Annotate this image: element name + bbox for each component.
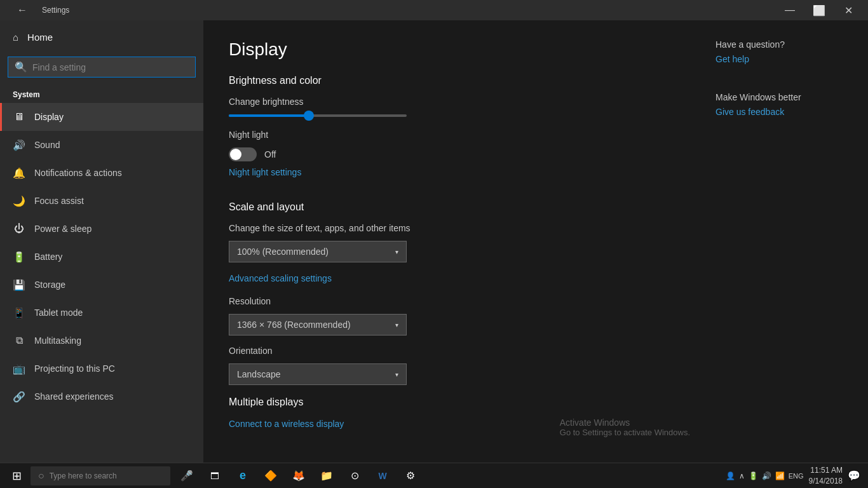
storage-icon: 💾 — [13, 278, 25, 291]
home-icon: ⌂ — [13, 32, 18, 43]
sidebar-home[interactable]: ⌂ Home — [0, 20, 203, 54]
start-button[interactable]: ⊞ — [3, 463, 31, 489]
taskbar-word[interactable]: W — [369, 463, 397, 489]
brightness-label: Change brightness — [229, 97, 677, 107]
sidebar-item-multitask[interactable]: ⧉ Multitasking — [0, 327, 203, 355]
projecting-icon: 📺 — [13, 362, 25, 375]
size-dropdown[interactable]: 100% (Recommended) ▾ — [229, 241, 407, 262]
brightness-slider[interactable] — [229, 114, 407, 117]
taskbar-time-value: 11:51 AM — [809, 465, 843, 476]
sidebar-item-tablet[interactable]: 📱 Tablet mode — [0, 299, 203, 327]
feedback-section: Make Windows better Give us feedback — [715, 92, 855, 130]
multiple-displays-title: Multiple displays — [229, 396, 677, 408]
have-question-text: Have a question? — [715, 39, 855, 50]
taskbar-apps: 🎤 🗖 e 🔶 🦊 📁 ⊙ W ⚙ — [173, 463, 424, 489]
advanced-scaling-link[interactable]: Advanced scaling settings — [229, 273, 332, 283]
notifications-icon: 🔔 — [13, 166, 25, 179]
notification-center-button[interactable]: 💬 — [848, 470, 860, 482]
taskbar: ⊞ ○ Type here to search 🎤 🗖 e 🔶 🦊 📁 ⊙ W … — [0, 463, 868, 488]
taskbar-firefox[interactable]: 🦊 — [285, 463, 313, 489]
orientation-dropdown[interactable]: Landscape ▾ — [229, 363, 407, 385]
sidebar-item-sound[interactable]: 🔊 Sound — [0, 131, 203, 159]
scale-section-title: Scale and layout — [229, 201, 677, 213]
multitask-icon: ⧉ — [13, 334, 25, 347]
sidebar-item-focus[interactable]: 🌙 Focus assist — [0, 187, 203, 215]
night-light-settings-link[interactable]: Night light settings — [229, 167, 301, 177]
sidebar-item-projecting[interactable]: 📺 Projecting to this PC — [0, 355, 203, 383]
sidebar-item-label: Storage — [34, 280, 65, 290]
night-light-toggle[interactable] — [229, 147, 257, 161]
sidebar-item-label: Shared experiences — [34, 391, 114, 402]
resolution-value: 868 × 488 (Recommended) — [237, 320, 351, 330]
titlebar: ← Settings — ⬜ ✕ — [0, 0, 868, 20]
display-icon: 🖥 — [13, 111, 25, 123]
sidebar-item-label: Projecting to this PC — [34, 363, 115, 374]
taskbar-date-value: 9/14/2018 — [809, 476, 843, 487]
taskbar-search-box[interactable]: ○ Type here to search — [31, 466, 170, 485]
titlebar-controls: — ⬜ ✕ — [775, 0, 863, 20]
taskbar-right: 👤 ∧ 🔋 🔊 📶 ENG 11:51 AM 9/14/2018 💬 — [726, 465, 865, 487]
night-light-toggle-row: Off — [229, 147, 677, 161]
sidebar-item-label: Focus assist — [34, 196, 84, 206]
taskbar-chrome[interactable]: ⊙ — [341, 463, 369, 489]
minimize-button[interactable]: — — [775, 0, 804, 20]
resolution-dropdown-arrow: ▾ — [395, 322, 398, 329]
taskbar-battery-icon: 🔋 — [749, 471, 758, 480]
orientation-label: Orientation — [229, 346, 677, 356]
volume-icon: 🔊 — [762, 471, 771, 480]
brightness-thumb[interactable] — [304, 111, 314, 121]
sidebar-item-label: Tablet mode — [34, 308, 83, 318]
maximize-button[interactable]: ⬜ — [804, 0, 834, 20]
sound-icon: 🔊 — [13, 139, 25, 151]
search-box[interactable]: 🔍 — [8, 57, 196, 78]
brightness-section-title: Brightness and color — [229, 75, 677, 86]
taskbar-edge[interactable]: e — [229, 463, 257, 489]
brightness-fill — [229, 114, 309, 117]
size-value: 100% (Recommended) — [237, 247, 329, 257]
resolution-dropdown[interactable]: 868 × 488 (Recommended) ▾ — [229, 314, 407, 336]
sidebar-item-label: Notifications & actions — [34, 168, 122, 178]
taskbar-mic[interactable]: 🎤 — [173, 463, 201, 489]
sidebar-item-label: Sound — [34, 140, 60, 150]
night-light-state: Off — [264, 149, 276, 159]
sidebar-item-display[interactable]: 🖥 Display — [0, 103, 203, 131]
wifi-icon: 📶 — [775, 471, 785, 480]
taskbar-vlc[interactable]: 🔶 — [257, 463, 285, 489]
sidebar-item-label: Battery — [34, 252, 62, 262]
page-title: Display — [229, 39, 677, 60]
home-label: Home — [27, 32, 53, 43]
close-button[interactable]: ✕ — [834, 0, 863, 20]
search-input[interactable] — [32, 62, 189, 72]
connect-wireless-link[interactable]: Connect to a wireless display — [229, 419, 344, 429]
taskbar-system-icons: 👤 ∧ 🔋 🔊 📶 ENG — [726, 471, 804, 480]
taskbar-files[interactable]: 📁 — [313, 463, 341, 489]
sidebar-item-label: Display — [34, 112, 64, 122]
tablet-icon: 📱 — [13, 306, 25, 319]
sidebar-item-battery[interactable]: 🔋 Battery — [0, 243, 203, 271]
taskbar-search-icon: ○ — [38, 470, 44, 482]
search-icon: 🔍 — [15, 61, 27, 73]
feedback-link[interactable]: Give us feedback — [715, 107, 784, 117]
taskbar-taskview[interactable]: 🗖 — [201, 463, 229, 489]
chevron-icon[interactable]: ∧ — [739, 471, 745, 480]
sidebar-item-label: Multitasking — [34, 336, 81, 346]
night-light-label: Night light — [229, 130, 677, 140]
sidebar-item-label: Power & sleep — [34, 224, 92, 234]
taskbar-clock[interactable]: 11:51 AM 9/14/2018 — [809, 465, 843, 487]
size-label: Change the size of text, apps, and other… — [229, 223, 677, 233]
sidebar-item-power[interactable]: ⏻ Power & sleep — [0, 215, 203, 243]
sidebar: ⌂ Home 🔍 System 🖥 Display 🔊 Sound 🔔 Noti… — [0, 20, 203, 463]
focus-icon: 🌙 — [13, 194, 25, 207]
taskbar-search-label: Type here to search — [50, 471, 117, 480]
sidebar-item-notifications[interactable]: 🔔 Notifications & actions — [0, 159, 203, 187]
resolution-label: Resolution — [229, 296, 677, 306]
titlebar-left: ← Settings — [8, 0, 69, 20]
sidebar-item-storage[interactable]: 💾 Storage — [0, 271, 203, 299]
app-body: ⌂ Home 🔍 System 🖥 Display 🔊 Sound 🔔 Noti… — [0, 20, 868, 463]
size-dropdown-arrow: ▾ — [395, 248, 398, 255]
taskbar-settings[interactable]: ⚙ — [397, 463, 424, 489]
back-button[interactable]: ← — [8, 0, 37, 20]
sidebar-item-shared[interactable]: 🔗 Shared experiences — [0, 383, 203, 410]
orientation-value: Landscape — [237, 369, 281, 379]
get-help-link[interactable]: Get help — [715, 54, 749, 64]
